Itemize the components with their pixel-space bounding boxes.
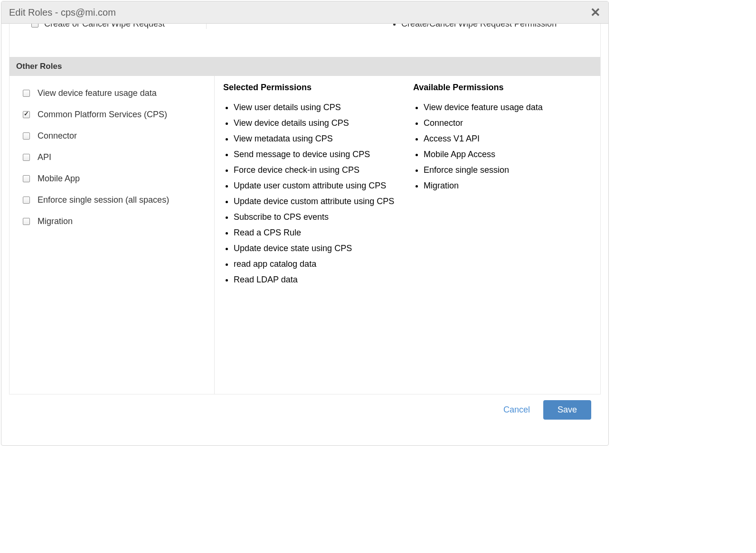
modal-title: Edit Roles - cps@mi.com <box>9 7 116 18</box>
prior-role-checkbox[interactable] <box>31 24 38 28</box>
prior-permission-item: Create/Cancel Wipe Request Permission <box>401 24 600 29</box>
permission-item: Read a CPS Rule <box>234 226 400 239</box>
close-icon[interactable]: ✕ <box>590 6 601 19</box>
permission-item: Access V1 API <box>424 132 595 145</box>
role-item-cps[interactable]: Common Platform Services (CPS) <box>23 104 205 125</box>
permission-item: Read LDAP data <box>234 273 400 286</box>
available-permissions-list: View device feature usage data Connector… <box>413 101 595 192</box>
role-item-api[interactable]: API <box>23 147 205 168</box>
save-button[interactable]: Save <box>543 400 591 420</box>
role-label: View device feature usage data <box>38 88 157 98</box>
other-roles-header: Other Roles <box>9 57 600 76</box>
role-item-enforce-single-session[interactable]: Enforce single session (all spaces) <box>23 189 205 211</box>
role-checkbox[interactable] <box>23 154 30 161</box>
selected-permissions-column: Selected Permissions View user details u… <box>215 76 405 394</box>
permission-item: Connector <box>424 117 595 130</box>
edit-roles-modal: Edit Roles - cps@mi.com ✕ Create or Canc… <box>1 1 609 446</box>
role-label: Migration <box>38 216 73 226</box>
permission-item: Subscribe to CPS events <box>234 211 400 224</box>
role-item-connector[interactable]: Connector <box>23 125 205 147</box>
modal-footer: Cancel Save <box>9 394 601 426</box>
available-permissions-column: Available Permissions View device featur… <box>405 76 600 394</box>
available-permissions-heading: Available Permissions <box>413 83 595 93</box>
roles-content: View device feature usage data Common Pl… <box>9 76 600 394</box>
permission-item: Enforce single session <box>424 164 595 177</box>
role-checkbox[interactable] <box>23 218 30 225</box>
modal-body: Create or Cancel Wipe Request Create/Can… <box>1 24 608 445</box>
role-label: Mobile App <box>38 174 80 184</box>
permission-item: Update device state using CPS <box>234 242 400 255</box>
role-checkbox[interactable] <box>23 90 30 97</box>
permission-item: View device details using CPS <box>234 117 400 130</box>
role-label: Enforce single session (all spaces) <box>38 195 169 205</box>
role-checkbox[interactable] <box>23 197 30 204</box>
role-item-view-device-usage[interactable]: View device feature usage data <box>23 83 205 104</box>
permission-item: Send message to device using CPS <box>234 148 400 161</box>
permission-item: Mobile App Access <box>424 148 595 161</box>
modal-header: Edit Roles - cps@mi.com ✕ <box>1 1 608 24</box>
permission-item: View device feature usage data <box>424 101 595 114</box>
prior-role-row: Create or Cancel Wipe Request <box>9 24 207 29</box>
selected-permissions-list: View user details using CPS View device … <box>223 101 400 286</box>
permission-item: read app catalog data <box>234 258 400 271</box>
role-item-mobile-app[interactable]: Mobile App <box>23 168 205 189</box>
permission-item: View user details using CPS <box>234 101 400 114</box>
permission-item: Update device custom attribute using CPS <box>234 195 400 208</box>
permission-item: Update user custom attribute using CPS <box>234 179 400 192</box>
role-item-migration[interactable]: Migration <box>23 211 205 232</box>
content-wrapper: Create or Cancel Wipe Request Create/Can… <box>9 24 601 394</box>
permission-item: Force device check-in using CPS <box>234 164 400 177</box>
roles-list: View device feature usage data Common Pl… <box>9 76 215 394</box>
prior-section-partial: Create or Cancel Wipe Request Create/Can… <box>9 24 600 57</box>
prior-role-label: Create or Cancel Wipe Request <box>44 24 165 29</box>
prior-permission-column: Create/Cancel Wipe Request Permission <box>207 24 600 29</box>
selected-permissions-heading: Selected Permissions <box>223 83 400 93</box>
permission-item: Migration <box>424 179 595 192</box>
role-label: API <box>38 152 51 162</box>
role-checkbox[interactable] <box>23 132 30 140</box>
role-label: Connector <box>38 131 77 141</box>
cancel-button[interactable]: Cancel <box>503 405 530 415</box>
role-checkbox[interactable] <box>23 175 30 182</box>
permission-item: View metadata using CPS <box>234 132 400 145</box>
role-label: Common Platform Services (CPS) <box>38 110 167 120</box>
role-checkbox[interactable] <box>23 111 30 118</box>
